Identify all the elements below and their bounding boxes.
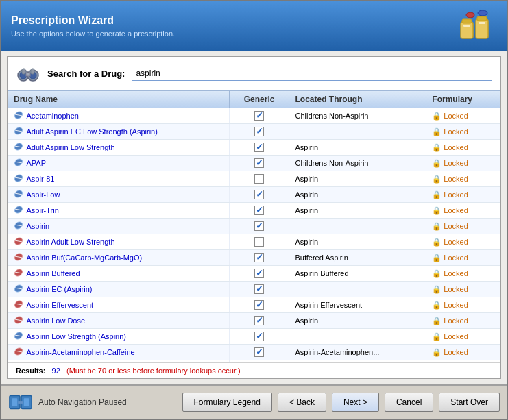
generic-cell (229, 124, 289, 140)
lock-icon: 🔒 (432, 127, 442, 136)
generic-cell (229, 297, 289, 313)
search-row: Search for a Drug: (8, 57, 500, 90)
locked-label: Locked (444, 238, 468, 246)
drug-name-text: Aspirin Adult Low Strength (27, 238, 115, 246)
results-label: Results: (16, 367, 45, 375)
generic-checkbox (254, 221, 264, 231)
drug-name-cell: Adult Aspirin EC Low Strength (Aspirin) (8, 124, 230, 140)
main-window: Prescription Wizard Use the options belo… (0, 0, 508, 420)
formulary-cell: 🔒Locked (426, 329, 500, 345)
drug-icon (14, 252, 23, 263)
drug-name-text: Aspirin-Acetaminophen-Caffeine (27, 348, 135, 356)
generic-checkbox (254, 237, 264, 247)
generic-cell (229, 219, 289, 234)
drug-icon (14, 158, 23, 169)
table-row[interactable]: Adult Aspirin EC Low Strength (Aspirin)🔒… (8, 124, 500, 140)
drug-name-text: Aspirin Effervescent (27, 301, 94, 309)
svg-rect-12 (26, 73, 30, 76)
svg-rect-14 (31, 69, 34, 74)
drug-name-text: Aspirin Buffered (27, 269, 80, 277)
formulary-legend-button[interactable]: Formulary Legend (182, 393, 272, 412)
title-bar: Prescription Wizard Use the options belo… (1, 1, 507, 51)
col-located: Located Through (289, 91, 426, 108)
generic-cell (229, 313, 289, 329)
drug-name-cell: Aspirin EC (Aspirin) (8, 282, 230, 297)
generic-checkbox (254, 316, 264, 325)
search-input[interactable] (132, 66, 492, 81)
formulary-cell: 🔒Locked (426, 282, 500, 297)
lock-icon: 🔒 (432, 222, 442, 231)
located-through-cell: Childrens Non-Aspirin (289, 108, 426, 124)
cancel-button[interactable]: Cancel (385, 393, 433, 412)
drug-icon (14, 331, 23, 342)
formulary-cell: 🔒Locked (426, 297, 500, 313)
svg-rect-54 (24, 398, 29, 406)
lock-icon: 🔒 (432, 254, 442, 262)
formulary-cell: 🔒Locked (426, 156, 500, 171)
drug-table-container[interactable]: Drug Name Generic Located Through Formul… (8, 90, 500, 362)
start-over-button[interactable]: Start Over (439, 393, 500, 412)
svg-rect-2 (463, 25, 470, 27)
nav-paused-label: Auto Navigation Paused (38, 397, 177, 407)
generic-cell (229, 329, 289, 345)
locked-label: Locked (444, 206, 468, 214)
drug-name-text: Aspirin EC (Aspirin) (27, 285, 93, 293)
binoculars-icon (16, 64, 40, 83)
drug-name-cell: Aspirin Buffered (8, 266, 230, 282)
generic-checkbox (254, 347, 264, 357)
svg-point-7 (478, 10, 487, 16)
formulary-cell: 🔒Locked (426, 250, 500, 266)
table-row[interactable]: Aspirin BufferedAspirin Buffered🔒Locked (8, 266, 500, 282)
drug-name-cell: Aspirin Buf(CaCarb-MgCarb-MgO) (8, 250, 230, 266)
results-count: 92 (52, 367, 60, 375)
generic-cell (229, 266, 289, 282)
formulary-cell: 🔒Locked (426, 313, 500, 329)
formulary-cell: 🔒Locked (426, 187, 500, 203)
formulary-cell: 🔒Locked (426, 219, 500, 234)
lock-icon: 🔒 (432, 143, 442, 152)
table-row[interactable]: Aspirin🔒Locked (8, 219, 500, 234)
lock-icon: 🔒 (432, 206, 442, 215)
located-through-cell (289, 282, 426, 297)
back-button[interactable]: < Back (278, 393, 326, 412)
locked-label: Locked (444, 301, 468, 309)
table-row[interactable]: Aspirin Low DoseAspirin🔒Locked (8, 313, 500, 329)
table-row[interactable]: Aspir-TrinAspirin🔒Locked (8, 203, 500, 219)
table-row[interactable]: Aspir-LowAspirin🔒Locked (8, 187, 500, 203)
table-row[interactable]: Aspirin EffervescentAspirin Effervescent… (8, 297, 500, 313)
generic-checkbox (254, 174, 264, 184)
lock-icon: 🔒 (432, 332, 442, 341)
generic-checkbox (254, 127, 264, 136)
table-row[interactable]: Aspirin Low Strength (Aspirin)🔒Locked (8, 329, 500, 345)
formulary-cell: 🔒Locked (426, 140, 500, 156)
table-row[interactable]: Aspirin-Acetaminophen-CaffeineAspirin-Ac… (8, 345, 500, 360)
drug-icon (14, 347, 23, 358)
next-button[interactable]: Next > (332, 393, 379, 412)
generic-cell (229, 171, 289, 187)
drug-icon (14, 205, 23, 216)
results-bar: Results: 92 (Must be 70 or less before f… (8, 362, 500, 378)
footer: Auto Navigation Paused Formulary Legend … (1, 384, 507, 419)
table-row[interactable]: Aspirin Adult Low StrengthAspirin🔒Locked (8, 234, 500, 250)
locked-label: Locked (444, 190, 468, 199)
footer-icon (8, 391, 33, 413)
table-row[interactable]: Adult Aspirin Low StrengthAspirin🔒Locked (8, 140, 500, 156)
drug-name-cell: APAP (8, 156, 230, 171)
table-row[interactable]: Aspirin Buf(CaCarb-MgCarb-MgO)Buffered A… (8, 250, 500, 266)
table-row[interactable]: AcetaminophenChildrens Non-Aspirin🔒Locke… (8, 108, 500, 124)
drug-icon (14, 315, 23, 326)
drug-name-text: Aspir-Trin (27, 206, 59, 214)
svg-rect-4 (477, 16, 487, 21)
drug-name-text: Aspirin Low Dose (27, 317, 86, 325)
drug-icon (14, 268, 23, 279)
drug-icon (14, 126, 23, 137)
svg-rect-0 (461, 22, 473, 38)
table-row[interactable]: Aspir-81Aspirin🔒Locked (8, 171, 500, 187)
drug-name-cell: Adult Aspirin Low Strength (8, 140, 230, 156)
drug-name-text: Aspir-Low (27, 190, 60, 199)
drug-name-text: Acetaminophen (27, 112, 79, 120)
table-row[interactable]: Aspirin EC (Aspirin)🔒Locked (8, 282, 500, 297)
generic-checkbox (254, 143, 264, 152)
drug-icon (14, 299, 23, 310)
table-row[interactable]: APAPChildrens Non-Aspirin🔒Locked (8, 156, 500, 171)
